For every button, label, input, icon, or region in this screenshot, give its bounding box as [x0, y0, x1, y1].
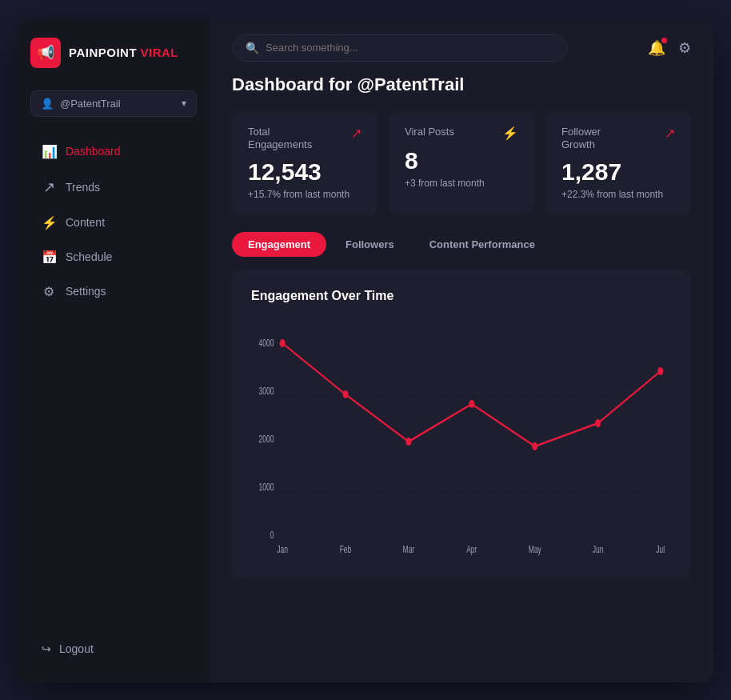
topbar-actions: 🔔 ⚙	[648, 39, 691, 57]
svg-text:0: 0	[270, 530, 274, 541]
chart-point-feb	[342, 390, 348, 398]
chart-card: Engagement Over Time .chart-grid { strok…	[232, 270, 691, 578]
sidebar: 📢 PAINPOINT VIRAL 👤 @PatentTrail ▾ 📊 Das…	[18, 18, 210, 682]
chart-point-jun	[595, 419, 601, 427]
stat-cards: TotalEngagements ↗ 12,543 +15.7% from la…	[232, 111, 691, 215]
notification-dot	[661, 38, 667, 43]
search-icon: 🔍	[246, 42, 259, 54]
stat-sub-total-engagements: +15.7% from last month	[248, 189, 362, 200]
sidebar-item-label-trends: Trends	[66, 181, 100, 194]
logout-label: Logout	[59, 642, 94, 655]
svg-text:4000: 4000	[258, 338, 274, 349]
svg-text:Jul: Jul	[656, 545, 665, 555]
sidebar-item-label-settings: Settings	[66, 285, 106, 298]
svg-text:1000: 1000	[258, 482, 274, 493]
stat-card-viral-posts: Viral Posts ⚡ 8 +3 from last month	[389, 111, 534, 215]
chart-container: .chart-grid { stroke: #2a2a3e; stroke-da…	[251, 319, 672, 559]
svg-text:Mar: Mar	[403, 545, 415, 555]
tabs-row: Engagement Followers Content Performance	[232, 232, 691, 257]
account-handle: @PatentTrail	[60, 98, 121, 110]
stat-label-follower-growth: FollowerGrowth	[561, 126, 601, 153]
svg-text:Apr: Apr	[466, 545, 477, 555]
notification-button[interactable]: 🔔	[648, 39, 665, 57]
stat-card-follower-growth: FollowerGrowth ↗ 1,287 +22.3% from last …	[545, 111, 691, 215]
logout-icon: ↪	[42, 642, 51, 655]
stat-card-header-viral: Viral Posts ⚡	[405, 126, 518, 141]
app-wrapper: 📢 PAINPOINT VIRAL 👤 @PatentTrail ▾ 📊 Das…	[18, 18, 713, 682]
logo-icon: 📢	[30, 38, 61, 68]
logo-text-pain: PAINPOINT	[69, 46, 137, 59]
chart-point-apr	[469, 400, 474, 408]
schedule-icon: 📅	[42, 250, 56, 265]
stat-value-total-engagements: 12,543	[248, 158, 362, 186]
logout-button[interactable]: ↪ Logout	[30, 634, 197, 663]
stat-card-header-follower: FollowerGrowth ↗	[561, 126, 675, 153]
page-title: Dashboard for @PatentTrail	[232, 74, 691, 95]
stat-sub-follower-growth: +22.3% from last month	[561, 189, 675, 200]
sidebar-item-label-content: Content	[66, 216, 105, 229]
account-selector-left: 👤 @PatentTrail	[41, 98, 121, 110]
stat-value-viral-posts: 8	[405, 147, 518, 174]
svg-text:May: May	[529, 545, 542, 555]
chart-point-jul	[657, 367, 663, 375]
sidebar-item-trends[interactable]: ↗ Trends	[30, 170, 197, 204]
page-body: Dashboard for @PatentTrail TotalEngageme…	[210, 74, 713, 682]
tab-followers[interactable]: Followers	[330, 232, 410, 257]
account-selector[interactable]: 👤 @PatentTrail ▾	[30, 90, 197, 117]
stat-card-total-engagements: TotalEngagements ↗ 12,543 +15.7% from la…	[232, 111, 377, 215]
search-input[interactable]	[266, 42, 554, 54]
sidebar-item-content[interactable]: ⚡ Content	[30, 207, 197, 238]
nav-items: 📊 Dashboard ↗ Trends ⚡ Content 📅 Schedul…	[30, 136, 197, 634]
chart-point-mar	[405, 438, 411, 446]
logo-text: PAINPOINT VIRAL	[69, 46, 178, 60]
stat-label-viral-posts: Viral Posts	[405, 126, 454, 139]
stat-icon-follower-growth: ↗	[665, 126, 675, 141]
trends-icon: ↗	[42, 178, 56, 196]
chart-point-may	[532, 442, 537, 450]
tab-engagement[interactable]: Engagement	[232, 232, 326, 257]
sidebar-item-label-schedule: Schedule	[66, 250, 112, 263]
sidebar-item-schedule[interactable]: 📅 Schedule	[30, 242, 197, 273]
search-bar[interactable]: 🔍	[232, 34, 568, 62]
account-chevron: ▾	[182, 98, 186, 109]
chart-title: Engagement Over Time	[251, 289, 672, 303]
topbar: 🔍 🔔 ⚙	[210, 18, 713, 74]
svg-text:3000: 3000	[258, 386, 274, 397]
settings-icon: ⚙	[42, 284, 56, 299]
stat-icon-viral-posts: ⚡	[502, 126, 518, 141]
svg-text:Feb: Feb	[340, 545, 352, 555]
logo-text-viral: VIRAL	[141, 46, 179, 59]
svg-text:2000: 2000	[258, 434, 274, 445]
sidebar-item-dashboard[interactable]: 📊 Dashboard	[30, 136, 197, 167]
sidebar-item-label-dashboard: Dashboard	[66, 145, 121, 158]
account-person-icon: 👤	[41, 98, 54, 110]
dashboard-icon: 📊	[42, 144, 56, 159]
stat-sub-viral-posts: +3 from last month	[405, 178, 518, 189]
stat-icon-total-engagements: ↗	[351, 126, 362, 141]
svg-text:Jun: Jun	[593, 545, 604, 555]
svg-text:Jan: Jan	[277, 545, 288, 555]
engagement-chart: .chart-grid { stroke: #2a2a3e; stroke-da…	[251, 319, 672, 559]
stat-card-header: TotalEngagements ↗	[248, 126, 362, 153]
main-content: 🔍 🔔 ⚙ Dashboard for @PatentTrail TotalEn…	[210, 18, 713, 682]
settings-button[interactable]: ⚙	[678, 39, 691, 57]
tab-content-performance[interactable]: Content Performance	[413, 232, 551, 257]
stat-value-follower-growth: 1,287	[561, 158, 675, 186]
content-icon: ⚡	[42, 215, 56, 230]
sidebar-item-settings[interactable]: ⚙ Settings	[30, 276, 197, 307]
chart-point-jan	[280, 339, 286, 347]
stat-label-total-engagements: TotalEngagements	[248, 126, 312, 153]
logo-area: 📢 PAINPOINT VIRAL	[30, 38, 197, 68]
